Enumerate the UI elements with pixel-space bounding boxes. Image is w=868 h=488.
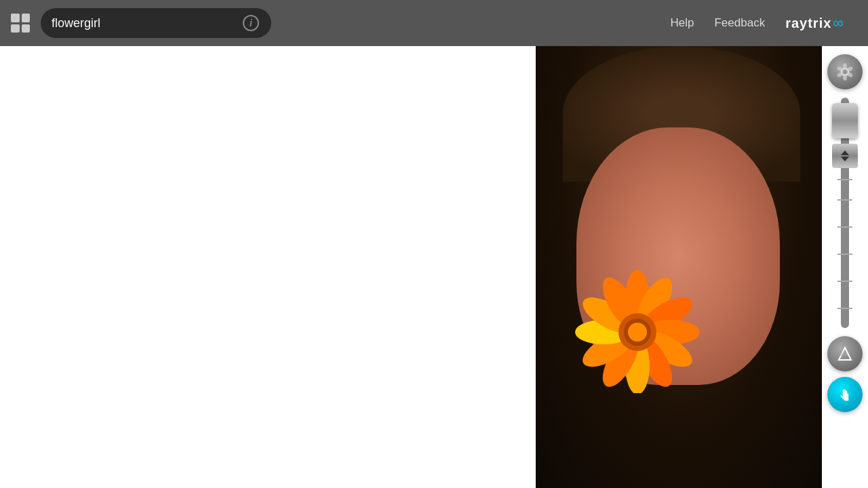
mountain-icon: [836, 345, 854, 363]
arrow-up-icon: [841, 150, 849, 155]
vertical-slider[interactable]: [830, 98, 860, 328]
svg-point-19: [843, 74, 847, 81]
cursor-icon: [836, 386, 854, 403]
tick-4: [837, 253, 852, 255]
right-rail: [822, 46, 868, 488]
slider-track: [841, 98, 849, 328]
search-bar[interactable]: flowergirl i: [41, 8, 271, 38]
feedback-link[interactable]: Feedback: [714, 16, 765, 30]
cursor-button[interactable]: [827, 377, 863, 412]
focus-icon: [836, 63, 854, 81]
tick-6: [837, 308, 852, 309]
mountain-button[interactable]: [827, 336, 863, 371]
grid-icon: [11, 14, 30, 33]
info-icon: i: [243, 15, 259, 31]
search-text: flowergirl: [52, 16, 241, 30]
left-panel: [0, 46, 536, 488]
main-content: [0, 46, 868, 488]
tick-5: [837, 281, 852, 282]
tick-2: [837, 199, 852, 201]
logo-infinity: ∞: [833, 14, 844, 32]
main-photo: [536, 46, 827, 488]
info-button[interactable]: i: [241, 14, 260, 33]
image-container: [536, 46, 827, 488]
focus-button[interactable]: [827, 54, 863, 89]
tick-3: [837, 226, 852, 228]
grid-icon-button[interactable]: [0, 14, 41, 33]
slider-thumb-upper[interactable]: [832, 103, 858, 138]
header: flowergirl i Help Feedback raytrix ∞: [0, 0, 868, 46]
logo-text: raytrix: [785, 16, 831, 31]
arrow-down-icon: [841, 157, 849, 161]
tick-1: [837, 179, 852, 180]
logo: raytrix ∞: [785, 14, 854, 32]
double-arrow-control[interactable]: [832, 144, 858, 168]
nav-links: Help Feedback raytrix ∞: [671, 14, 868, 32]
svg-point-14: [628, 323, 647, 342]
help-link[interactable]: Help: [671, 16, 694, 30]
svg-point-16: [843, 63, 847, 70]
